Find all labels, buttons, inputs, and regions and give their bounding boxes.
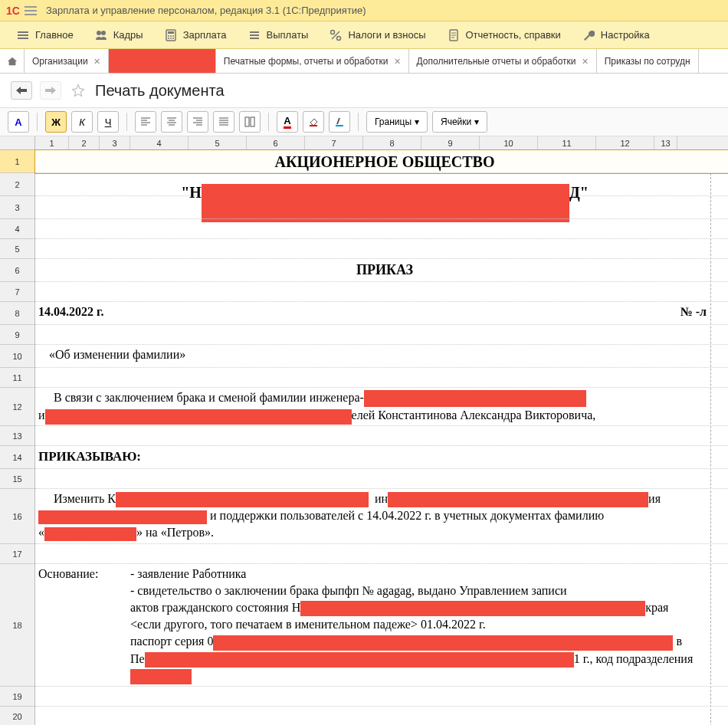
svg-line-18	[332, 31, 339, 39]
menu-vyplaty[interactable]: Выплаты	[238, 21, 320, 49]
col-header[interactable]: 9	[421, 136, 480, 149]
align-center-button[interactable]	[161, 111, 182, 133]
svg-rect-14	[250, 34, 259, 36]
menu-kadry[interactable]: Кадры	[84, 21, 154, 49]
menu-main[interactable]: Главное	[6, 21, 84, 49]
wrench-icon	[582, 29, 595, 41]
col-header[interactable]: 12	[596, 136, 654, 149]
column-headers: 1 2 3 4 5 6 7 8 9 10 11 12 13	[0, 136, 728, 150]
hamburger-icon[interactable]	[25, 6, 37, 15]
align-right-button[interactable]	[187, 111, 208, 133]
cells-dropdown[interactable]: Ячейки▾	[432, 111, 487, 133]
row-header[interactable]: 13	[0, 426, 34, 446]
italic-button[interactable]: К	[71, 111, 93, 133]
nav-forward-button[interactable]	[40, 81, 61, 100]
row-header[interactable]: 17	[0, 544, 34, 564]
tab-label: Организации	[32, 56, 88, 67]
row-header[interactable]: 11	[0, 368, 34, 388]
tab-pechatnye-formy[interactable]: Печатные формы, отчеты и обработки ×	[216, 49, 409, 73]
close-icon[interactable]: ×	[94, 55, 100, 67]
row-headers: 1 2 3 4 5 6 7 8 9 10 11 12 13 14 15 16 1…	[0, 150, 35, 725]
menu-label: Настройка	[601, 29, 650, 41]
clear-format-button[interactable]	[329, 111, 350, 133]
svg-point-7	[168, 35, 169, 37]
basis-text: - заявление Работника - свидетельство о …	[130, 566, 725, 684]
title-bar: 1C Зарплата и управление персоналом, ред…	[0, 0, 728, 21]
col-header[interactable]: 8	[363, 136, 421, 149]
row-header[interactable]: 8	[0, 302, 34, 325]
fill-color-button[interactable]	[303, 111, 324, 133]
cells-area[interactable]: АКЦИОНЕРНОЕ ОБЩЕСТВО "НД" ПРИКАЗ 14.04.2…	[35, 150, 728, 725]
row-header[interactable]: 20	[0, 707, 34, 725]
percent-icon	[330, 29, 342, 41]
svg-rect-2	[18, 38, 28, 39]
col-header[interactable]: 11	[538, 136, 596, 149]
menu-label: Налоги и взносы	[348, 29, 425, 41]
row-header[interactable]: 12	[0, 388, 34, 426]
menu-label: Кадры	[113, 29, 143, 41]
row-header[interactable]: 7	[0, 282, 34, 302]
row-header[interactable]: 18	[0, 564, 34, 687]
menu-icon	[17, 29, 29, 41]
svg-point-11	[170, 38, 172, 39]
redaction	[388, 492, 648, 507]
row-header[interactable]: 1	[0, 150, 34, 173]
app-title: Зарплата и управление персоналом, редакц…	[46, 5, 366, 16]
borders-label: Границы	[375, 116, 412, 127]
row-header[interactable]: 14	[0, 446, 34, 469]
row-header[interactable]: 6	[0, 259, 34, 282]
row-header[interactable]: 19	[0, 687, 34, 707]
redaction	[116, 492, 369, 507]
borders-dropdown[interactable]: Границы▾	[366, 111, 428, 133]
col-header[interactable]: 1	[35, 136, 69, 149]
redaction	[130, 669, 192, 684]
underline-button[interactable]: Ч	[97, 111, 119, 133]
col-header[interactable]: 10	[480, 136, 538, 149]
align-left-button[interactable]	[135, 111, 156, 133]
row-header[interactable]: 15	[0, 469, 34, 489]
align-justify-button[interactable]	[213, 111, 234, 133]
col-header[interactable]: 5	[189, 136, 247, 149]
corner-cell[interactable]	[0, 136, 35, 149]
font-color-button[interactable]: А	[277, 111, 298, 133]
row-header[interactable]: 9	[0, 325, 34, 345]
menu-otchetnost[interactable]: Отчетность, справки	[437, 21, 572, 49]
favorite-button[interactable]	[69, 81, 87, 100]
home-tab[interactable]	[0, 49, 25, 73]
svg-point-16	[331, 30, 335, 34]
close-icon[interactable]: ×	[394, 55, 400, 67]
tab-organizacii[interactable]: Организации ×	[25, 49, 109, 73]
doc-command: ПРИКАЗЫВАЮ:	[38, 449, 725, 464]
row-header[interactable]: 3	[0, 196, 34, 219]
doc-para2: Изменить К иния и поддержки пользователе…	[38, 490, 725, 541]
nav-back-button[interactable]	[11, 81, 32, 100]
menu-zarplata[interactable]: Зарплата	[154, 21, 238, 49]
bold-button[interactable]: Ж	[45, 111, 67, 133]
row-header[interactable]: 4	[0, 219, 34, 239]
row-header[interactable]: 10	[0, 345, 34, 368]
font-button[interactable]: A	[8, 111, 29, 133]
col-header[interactable]: 6	[247, 136, 305, 149]
row-header[interactable]: 16	[0, 489, 34, 544]
doc-heading: ПРИКАЗ	[38, 262, 728, 278]
tab-prikazy[interactable]: Приказы по сотрудн	[597, 49, 699, 73]
row-header[interactable]: 2	[0, 173, 34, 196]
col-header[interactable]: 4	[130, 136, 189, 149]
svg-rect-0	[18, 31, 28, 33]
menu-nastroika[interactable]: Настройка	[572, 21, 661, 49]
col-header[interactable]: 3	[100, 136, 130, 149]
row-header[interactable]: 5	[0, 239, 34, 259]
spreadsheet[interactable]: 1 2 3 4 5 6 7 8 9 10 11 12 13 1 2 3 4 5 …	[0, 136, 728, 725]
chevron-down-icon: ▾	[474, 116, 479, 127]
tab-dop-otchety[interactable]: Дополнительные отчеты и обработки ×	[409, 49, 597, 73]
svg-rect-40	[251, 117, 254, 126]
tab-redacted[interactable]	[109, 49, 216, 73]
page-title: Печать документа	[95, 82, 225, 100]
close-icon[interactable]: ×	[582, 55, 589, 67]
columns-button[interactable]	[239, 111, 261, 133]
col-header[interactable]: 13	[654, 136, 677, 149]
col-header[interactable]: 2	[69, 136, 100, 149]
redaction	[300, 601, 645, 616]
menu-nalogi[interactable]: Налоги и взносы	[319, 21, 436, 49]
col-header[interactable]: 7	[305, 136, 363, 149]
